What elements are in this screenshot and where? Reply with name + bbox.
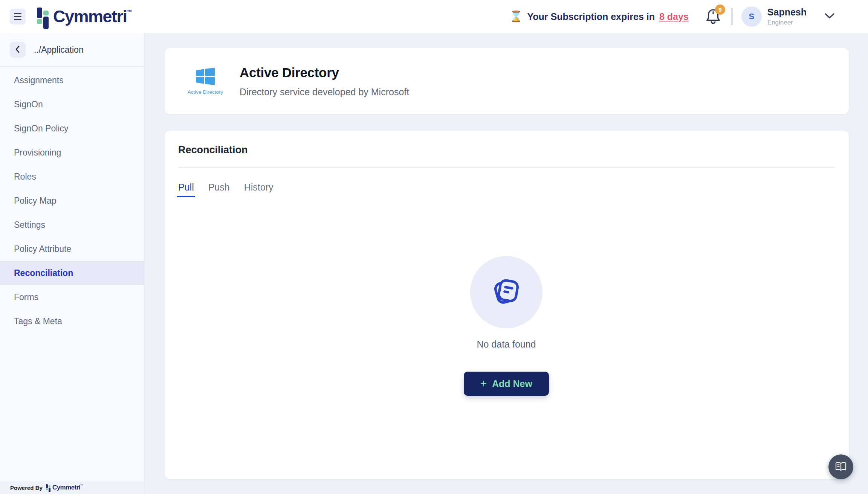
hamburger-menu-button[interactable] [10,9,26,24]
tab-push[interactable]: Push [208,182,230,197]
subscription-text: Your Subscription expires in [527,11,655,22]
back-button[interactable] [10,42,26,58]
add-new-button-label: Add New [492,378,532,389]
subscription-days-link[interactable]: 8 days [659,11,689,22]
sidebar-nav: Assignments SignOn SignOn Policy Provisi… [0,68,144,333]
tab-pull[interactable]: Pull [178,182,194,197]
sidebar-item-policy-attribute[interactable]: Policy Attribute [0,237,144,261]
cymmetri-logo-icon [37,5,50,28]
brand-logo: Cymmetri ™ [37,5,132,28]
sidebar-item-reconciliation[interactable]: Reconciliation [0,261,144,285]
plus-icon: + [480,378,487,389]
section-divider [178,167,834,168]
application-info: Active Directory Directory service devel… [240,65,409,98]
application-header-card: Active Directory Active Directory Direct… [165,48,849,114]
user-meta: Sapnesh Engineer [767,7,807,26]
topbar-divider [732,8,732,25]
hourglass-icon: ⌛ [510,11,523,22]
sidebar: ../Application Assignments SignOn SignOn… [0,33,144,494]
application-title: Active Directory [240,65,409,80]
user-menu-button[interactable] [825,13,834,20]
app-screen: Cymmetri ™ ⌛ Your Subscription expires i… [0,0,868,494]
sidebar-item-tags-meta[interactable]: Tags & Meta [0,309,144,333]
empty-state: No data found + Add New [178,256,834,396]
user-name: Sapnesh [767,7,807,18]
sidebar-app-header: ../Application [0,33,144,67]
brand-name: Cymmetri [53,5,127,28]
chevron-left-icon [15,45,21,55]
sidebar-item-signon-policy[interactable]: SignOn Policy [0,116,144,140]
powered-by-label: Powered By [10,485,43,491]
cymmetri-mini-logo-icon [46,483,51,492]
sidebar-item-provisioning[interactable]: Provisioning [0,140,144,165]
chevron-down-icon [825,13,834,20]
sidebar-item-settings[interactable]: Settings [0,213,144,237]
sidebar-item-policy-map[interactable]: Policy Map [0,189,144,213]
reconciliation-heading: Reconciliation [178,144,834,156]
sidebar-item-roles[interactable]: Roles [0,165,144,189]
powered-by-logo: Cymmetri ™ [46,483,83,492]
tab-history[interactable]: History [244,182,274,197]
empty-state-illustration [470,256,542,328]
reconciliation-card: Reconciliation Pull Push History [165,131,849,479]
subscription-warning: ⌛ Your Subscription expires in 8 days [510,11,689,22]
powered-by-trademark: ™ [80,484,83,487]
sidebar-item-assignments[interactable]: Assignments [0,68,144,92]
application-logo-caption: Active Directory [188,89,223,95]
sidebar-item-signon[interactable]: SignOn [0,92,144,116]
add-new-button[interactable]: + Add New [464,372,549,396]
open-book-icon [835,461,847,473]
empty-state-message: No data found [477,339,536,350]
bell-icon [705,20,721,26]
reconciliation-tabs: Pull Push History [178,182,834,197]
powered-by-brand: Cymmetri [52,483,80,492]
user-role: Engineer [767,19,807,26]
application-logo: Active Directory [185,68,226,95]
documents-icon [488,273,524,311]
top-bar: Cymmetri ™ ⌛ Your Subscription expires i… [0,0,868,33]
powered-by: Powered By Cymmetri ™ [0,481,144,494]
notification-count-badge: 9 [715,5,725,15]
breadcrumb-application[interactable]: ../Application [34,45,84,55]
main-content: Active Directory Active Directory Direct… [165,48,849,479]
notifications-button[interactable]: 9 [705,8,721,25]
brand-trademark: ™ [127,9,132,15]
application-subtitle: Directory service developed by Microsoft [240,87,409,98]
sidebar-item-forms[interactable]: Forms [0,285,144,309]
documentation-fab-button[interactable] [828,454,853,479]
windows-logo-icon [196,68,215,87]
user-avatar[interactable]: S [741,6,762,27]
